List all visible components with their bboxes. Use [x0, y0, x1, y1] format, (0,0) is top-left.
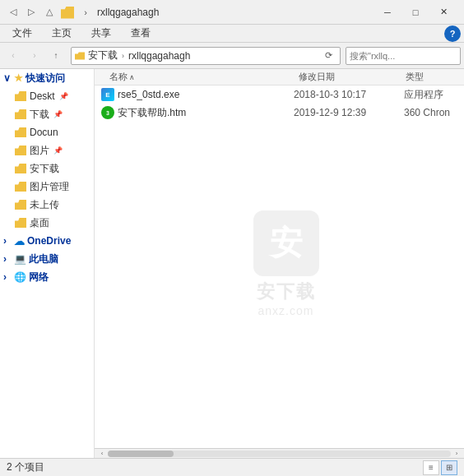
sidebar-label: 未上传 [30, 198, 59, 212]
chevron-down-icon: ∨ [3, 72, 12, 84]
file-date: 2018-10-3 10:17 [294, 89, 401, 100]
pin-icon: 📌 [53, 146, 63, 155]
onedrive-header[interactable]: › ☁ OneDrive [0, 232, 94, 250]
sidebar-label: Deskt [30, 90, 55, 102]
ribbon-right: ? [444, 25, 461, 42]
folder-icon [15, 200, 26, 210]
folder-icon [15, 127, 26, 137]
refresh-button[interactable]: ⟳ [320, 48, 336, 64]
htm-file-icon: 3 [101, 106, 114, 119]
folder-icon [15, 91, 26, 101]
forward-icon: ▷ [25, 6, 38, 19]
minimize-button[interactable]: ─ [374, 0, 401, 25]
col-header-name[interactable]: 名称 ∧ [109, 71, 290, 83]
address-chevron: › [122, 52, 124, 60]
nav-bar: ‹ › ↑ 安下载 › rxllqgagahagh ⟳ 🔍 [0, 43, 464, 69]
sidebar-item-downloads[interactable]: 下载 📌 [0, 105, 94, 123]
folder-icon [15, 218, 26, 228]
sidebar-item-documents[interactable]: Docun [0, 123, 94, 141]
window-title: rxllqgagahagh [97, 7, 374, 18]
pin-icon: 📌 [59, 92, 68, 100]
close-button[interactable]: ✕ [429, 0, 457, 25]
tab-file[interactable]: 文件 [3, 24, 41, 43]
sidebar-item-desktop2[interactable]: 桌面 [0, 214, 94, 232]
scroll-left-button[interactable]: ‹ [96, 449, 108, 459]
table-row[interactable]: 3 安下载帮助.htm 2019-12-9 12:39 360 Chron [95, 104, 464, 122]
help-button[interactable]: ? [444, 25, 461, 42]
chevron-right-icon: › [3, 253, 12, 265]
ribbon-menu: 文件 主页 共享 查看 ? [0, 25, 464, 43]
folder-icon [61, 6, 74, 19]
network-label: 网络 [29, 270, 49, 284]
list-view-button[interactable]: ≡ [423, 460, 439, 475]
status-bar: 2 个项目 ≡ ⊞ [0, 458, 464, 476]
network-icon: 🌐 [14, 271, 26, 283]
sort-arrow-icon: ∧ [129, 73, 135, 81]
content-area: 安 安下载 anxz.com 名称 ∧ 修改日期 类型 E [95, 69, 464, 458]
sidebar-label: Docun [30, 127, 58, 138]
address-folder-icon [75, 52, 85, 60]
tab-home[interactable]: 主页 [43, 24, 81, 43]
maximize-button[interactable]: □ [401, 0, 429, 25]
file-type: 360 Chron [404, 107, 457, 118]
item-count: 2 个项目 [7, 460, 44, 474]
sidebar-item-pictures[interactable]: 图片 📌 [0, 141, 94, 159]
thispc-header[interactable]: › 💻 此电脑 [0, 250, 94, 268]
folder-icon [15, 182, 26, 192]
network-header[interactable]: › 🌐 网络 [0, 268, 94, 286]
file-name: 安下载帮助.htm [118, 106, 282, 120]
cloud-icon: ☁ [14, 235, 25, 247]
up-button[interactable]: ↑ [46, 46, 66, 66]
scrollbar-thumb[interactable] [108, 451, 174, 457]
grid-view-button[interactable]: ⊞ [441, 460, 457, 475]
chevron-right-icon: › [3, 235, 12, 247]
back-button[interactable]: ‹ [3, 46, 23, 66]
horizontal-scrollbar[interactable]: ‹ › [95, 448, 464, 458]
title-icons: ◁ ▷ △ › [7, 6, 92, 19]
sidebar-item-desktop[interactable]: Deskt 📌 [0, 87, 94, 105]
file-type: 应用程序 [404, 88, 457, 102]
computer-icon: 💻 [14, 253, 26, 265]
col-header-date[interactable]: 修改日期 [299, 71, 406, 83]
file-date: 2019-12-9 12:39 [294, 107, 401, 118]
quick-access-label: 快速访问 [26, 72, 65, 85]
folder-icon [15, 146, 26, 155]
sidebar-label: 下载 [30, 108, 49, 122]
sidebar-label: 图片管理 [30, 180, 69, 194]
sidebar: ∨ ★ 快速访问 Deskt 📌 下载 📌 Docun 图片 📌 安下载 [0, 69, 95, 458]
main-area: ∨ ★ 快速访问 Deskt 📌 下载 📌 Docun 图片 📌 安下载 [0, 69, 464, 458]
folder-icon [15, 164, 26, 173]
back-icon: ◁ [7, 6, 20, 19]
chevron-right-icon: › [3, 271, 12, 283]
sidebar-label: 图片 [30, 144, 49, 158]
sidebar-label: 安下载 [30, 162, 59, 176]
forward-button[interactable]: › [25, 46, 44, 66]
quick-access-header[interactable]: ∨ ★ 快速访问 [0, 69, 94, 87]
address-part-2: rxllqgagahagh [128, 50, 190, 62]
exe-file-icon: E [101, 88, 114, 101]
search-box[interactable]: 🔍 [346, 47, 461, 65]
col-header-type[interactable]: 类型 [406, 71, 457, 83]
star-icon: ★ [14, 72, 23, 84]
folder-icon [15, 109, 26, 119]
pin-icon: 📌 [53, 110, 63, 118]
column-headers: 名称 ∧ 修改日期 类型 [95, 69, 464, 85]
sidebar-item-notup[interactable]: 未上传 [0, 196, 94, 214]
search-input[interactable] [350, 51, 463, 61]
address-bar[interactable]: 安下载 › rxllqgagahagh ⟳ [71, 47, 341, 65]
sidebar-item-anxiazai[interactable]: 安下载 [0, 159, 94, 178]
up-icon: △ [43, 6, 56, 19]
table-row[interactable]: E rse5_0std.exe 2018-10-3 10:17 应用程序 [95, 85, 464, 104]
window-controls: ─ □ ✕ [374, 0, 457, 25]
file-list: E rse5_0std.exe 2018-10-3 10:17 应用程序 3 安… [95, 85, 464, 448]
sidebar-label: 桌面 [30, 216, 49, 230]
address-part-1: 安下载 [88, 49, 118, 62]
sidebar-item-picmanage[interactable]: 图片管理 [0, 178, 94, 196]
scrollbar-track[interactable] [108, 451, 451, 457]
title-bar: ◁ ▷ △ › rxllqgagahagh ─ □ ✕ [0, 0, 464, 25]
tab-share[interactable]: 共享 [82, 24, 120, 43]
view-buttons: ≡ ⊞ [423, 460, 457, 475]
onedrive-label: OneDrive [27, 235, 71, 247]
tab-view[interactable]: 查看 [122, 24, 160, 43]
scroll-right-button[interactable]: › [451, 449, 462, 459]
